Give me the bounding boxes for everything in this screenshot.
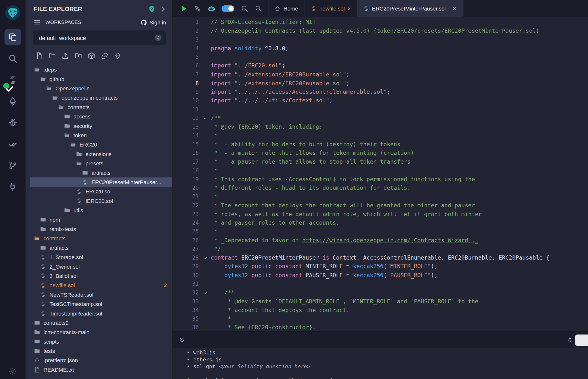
tree-file-erc20-sol[interactable]: ERC20.sol: [30, 187, 172, 196]
tree-folder-npm[interactable]: npm: [30, 215, 172, 224]
code-line-33[interactable]: 33 * @dev Grants `DEFAULT_ADMIN_ROLE`, `…: [172, 297, 588, 306]
tree-file-prettierrc-json[interactable]: {}.prettierrc.json: [30, 356, 172, 365]
fold-chevron-icon[interactable]: [200, 114, 211, 123]
code-line-32[interactable]: 32 /**: [172, 288, 588, 297]
code-line-10[interactable]: 10import "../../../utils/Context.sol";: [172, 96, 588, 105]
code-line-4[interactable]: 4pragma solidity ^0.8.0;: [172, 44, 588, 53]
code-line-1[interactable]: 1// SPDX-License-Identifier: MIT: [172, 18, 588, 27]
tree-folder-access[interactable]: access: [30, 112, 172, 121]
rail-file-explorer-icon[interactable]: [4, 29, 21, 46]
code-line-14[interactable]: 14 *: [172, 131, 588, 140]
rail-deploy-and-run-icon[interactable]: [4, 93, 21, 110]
terminal-expand-icon[interactable]: [179, 336, 185, 343]
script-config-icon[interactable]: [194, 5, 201, 12]
tree-folder-github[interactable]: github: [30, 74, 172, 83]
code-line-15[interactable]: 15 * - ability for holders to burn (dest…: [172, 140, 588, 149]
tree-file-timestampreader-sol[interactable]: TimestampReader.sol: [30, 309, 172, 318]
terminal-link-ethers-js[interactable]: ethers.js: [193, 356, 222, 363]
code-line-21[interactable]: 21 *: [172, 192, 588, 201]
code-line-23[interactable]: 23 * roles, as well as the default admin…: [172, 210, 588, 219]
code-line-22[interactable]: 22 * The account that deploys the contra…: [172, 201, 588, 210]
code-line-17[interactable]: 17 * - a pauser role that allows to stop…: [172, 158, 588, 166]
tree-folder-scripts[interactable]: scripts: [30, 337, 172, 346]
create-file-icon[interactable]: [35, 52, 43, 60]
tree-file-2-owner-sol[interactable]: 2_Owner.sol: [30, 262, 172, 271]
tree-folder-utils[interactable]: utils: [30, 205, 172, 215]
settings-icon[interactable]: [4, 365, 21, 378]
code-line-8[interactable]: 8import "../extensions/ERC20Pausable.sol…: [172, 79, 588, 88]
run-script-button[interactable]: [180, 5, 187, 12]
tree-folder-artifacts[interactable]: artifacts: [30, 243, 172, 252]
code-line-7[interactable]: 7import "../extensions/ERC20Burnable.sol…: [172, 70, 588, 79]
hamburger-menu-icon[interactable]: [34, 19, 41, 26]
rail-debugger-icon[interactable]: [4, 114, 21, 131]
tree-folder-erc20[interactable]: ERC20: [30, 140, 172, 149]
code-line-28[interactable]: 28contract ERC20PresetMinterPauser is Co…: [172, 253, 588, 262]
rail-search-icon[interactable]: [4, 50, 21, 67]
upload-file-icon[interactable]: [62, 52, 69, 60]
code-line-16[interactable]: 16 * - a minter role that allows for tok…: [172, 149, 588, 158]
code-line-3[interactable]: 3: [172, 35, 588, 44]
code-line-27[interactable]: 27 */: [172, 245, 588, 254]
link-icon[interactable]: [101, 52, 108, 60]
code-line-36[interactable]: 36 * See {ERC20-constructor}.: [172, 323, 588, 332]
code-line-29[interactable]: 29 bytes32 public constant MINTER_ROLE =…: [172, 262, 588, 271]
tree-file-testsctimestamp-sol[interactable]: TestSCTimestamp.sol: [30, 299, 172, 308]
tree-file-1-storage-sol[interactable]: 1_Storage.sol: [30, 253, 172, 262]
create-folder-icon[interactable]: [48, 52, 56, 60]
tab-erc20presetminterpauser-sol[interactable]: ERC20PresetMinterPauser.sol: [357, 0, 464, 17]
code-line-31[interactable]: 31: [172, 280, 588, 289]
chevron-right-icon[interactable]: [159, 5, 167, 13]
tree-folder-contracts[interactable]: contracts: [30, 234, 172, 243]
workspace-select[interactable]: default_workspace: [33, 30, 166, 45]
code-line-35[interactable]: 35 *: [172, 315, 588, 324]
rail-git-icon[interactable]: [4, 157, 21, 174]
fold-chevron-icon[interactable]: [200, 288, 211, 297]
tree-file-3-ballot-sol[interactable]: 3_Ballot.sol: [30, 271, 172, 280]
ai-copilot-toggle[interactable]: [222, 5, 234, 12]
ipfs-icon[interactable]: [88, 52, 95, 60]
code-line-34[interactable]: 34 * account that deploys the contract.: [172, 306, 588, 315]
github-signin-button[interactable]: Sign in: [140, 19, 166, 26]
code-line-11[interactable]: 11: [172, 105, 588, 114]
code-line-24[interactable]: 24 * and pauser roles to other accounts.: [172, 219, 588, 227]
code-line-2[interactable]: 2// OpenZeppelin Contracts (last updated…: [172, 27, 588, 35]
code-line-26[interactable]: 26 * _Deprecated in favor of https://wiz…: [172, 236, 588, 245]
terminal-search-input[interactable]: [575, 334, 588, 346]
tree-folder-openzeppelin[interactable]: OpenZeppelin: [30, 83, 172, 93]
code-line-18[interactable]: 18 *: [172, 166, 588, 175]
close-tab-icon[interactable]: [452, 6, 457, 11]
zoom-out-icon[interactable]: [241, 5, 248, 12]
code-line-25[interactable]: 25 *: [172, 227, 588, 236]
tree-file-newfile-sol[interactable]: newfile.sol2: [30, 281, 172, 290]
publish-gist-icon[interactable]: [114, 52, 122, 60]
tree-folder-extensions[interactable]: extensions: [30, 149, 172, 158]
code-line-12[interactable]: 12/**: [172, 114, 588, 123]
tree-folder-contracts2[interactable]: contracts2: [30, 318, 172, 327]
tab-newfile-sol[interactable]: newfile.sol2: [305, 0, 357, 17]
tree-file-readme-txt[interactable]: README.txt: [30, 365, 172, 374]
zoom-in-icon[interactable]: [255, 5, 262, 12]
ai-copilot-icon[interactable]: [208, 5, 215, 12]
terminal-link-web3-js[interactable]: web3.js: [193, 349, 216, 356]
tree-folder-contracts[interactable]: contracts: [30, 102, 172, 111]
rail-plugin-manager-icon[interactable]: [4, 178, 21, 195]
fold-chevron-icon[interactable]: [200, 253, 211, 262]
tree-folder-presets[interactable]: presets: [30, 159, 172, 168]
code-line-13[interactable]: 13 * @dev {ERC20} token, including:: [172, 123, 588, 131]
tree-folder-openzeppelin-contracts[interactable]: openzeppelin-contracts: [30, 93, 172, 102]
code-line-30[interactable]: 30 bytes32 public constant PAUSER_ROLE =…: [172, 271, 588, 280]
tree-folder-security[interactable]: security: [30, 121, 172, 130]
code-editor[interactable]: 1// SPDX-License-Identifier: MIT2// Open…: [172, 17, 588, 332]
tree-folder-remix-tests[interactable]: remix-tests: [30, 224, 172, 234]
tree-file-ierc20-sol[interactable]: IERC20.sol: [30, 196, 172, 205]
tree-folder-token[interactable]: token: [30, 130, 172, 140]
code-line-20[interactable]: 20 * different roles - head to its docum…: [172, 184, 588, 193]
tree-folder-artifacts[interactable]: artifacts: [30, 168, 172, 177]
code-line-5[interactable]: 5: [172, 53, 588, 62]
tree-file-newtsreader-sol[interactable]: NewTSReader.sol: [30, 290, 172, 299]
tree-folder-tests[interactable]: tests: [30, 346, 172, 355]
tab-home[interactable]: Home: [269, 0, 305, 17]
tree-folder-icm-contracts-main[interactable]: icm-contracts-main: [30, 328, 172, 337]
code-line-9[interactable]: 9import "../../../access/AccessControlEn…: [172, 88, 588, 97]
